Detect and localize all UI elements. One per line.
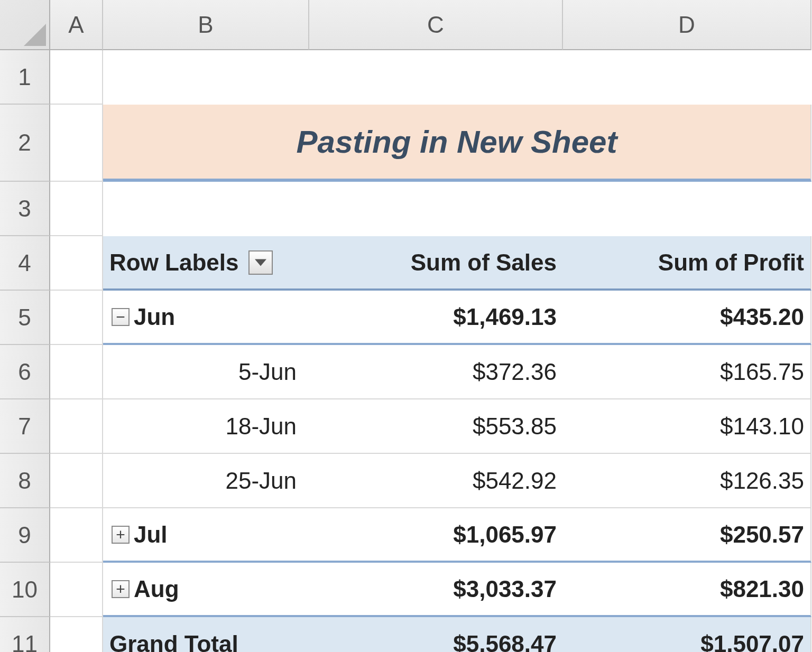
- cell-a2[interactable]: [50, 105, 103, 182]
- row-header-3[interactable]: 3: [0, 182, 50, 236]
- pivot-group-jul[interactable]: + Jul: [103, 508, 309, 563]
- detail-18-jun-sales[interactable]: $553.85: [309, 399, 563, 454]
- detail-25-jun-profit[interactable]: $126.35: [563, 454, 811, 508]
- jul-sales[interactable]: $1,065.97: [309, 508, 563, 563]
- aug-sales[interactable]: $3,033.37: [309, 563, 563, 617]
- cell-c1[interactable]: [309, 50, 563, 105]
- col-header-d[interactable]: D: [563, 0, 811, 50]
- col-header-a[interactable]: A: [50, 0, 103, 50]
- detail-25-jun-sales[interactable]: $542.92: [309, 454, 563, 508]
- cell-a5[interactable]: [50, 291, 103, 345]
- pivot-group-jun[interactable]: − Jun: [103, 291, 309, 345]
- pivot-header-profit[interactable]: Sum of Profit: [563, 236, 811, 291]
- detail-25-jun[interactable]: 25-Jun: [103, 454, 309, 508]
- detail-18-jun[interactable]: 18-Jun: [103, 399, 309, 454]
- cell-d1[interactable]: [563, 50, 811, 105]
- cell-a3[interactable]: [50, 182, 103, 236]
- row-header-9[interactable]: 9: [0, 508, 50, 563]
- cell-a10[interactable]: [50, 563, 103, 617]
- row-labels-text: Row Labels: [109, 249, 239, 276]
- col-header-c[interactable]: C: [309, 0, 563, 50]
- expand-button-aug[interactable]: +: [112, 580, 130, 598]
- group-label-aug: Aug: [134, 576, 179, 602]
- detail-5-jun[interactable]: 5-Jun: [103, 345, 309, 399]
- cell-a11[interactable]: [50, 617, 103, 652]
- row-header-11[interactable]: 11: [0, 617, 50, 652]
- select-all-corner[interactable]: [0, 0, 50, 50]
- row-header-10[interactable]: 10: [0, 563, 50, 617]
- cell-a1[interactable]: [50, 50, 103, 105]
- header-sales-text: Sum of Sales: [411, 249, 557, 276]
- pivot-header-row-labels[interactable]: Row Labels: [103, 236, 309, 291]
- cell-c3[interactable]: [309, 182, 563, 236]
- cell-a8[interactable]: [50, 454, 103, 508]
- row-header-8[interactable]: 8: [0, 454, 50, 508]
- chevron-down-icon: [255, 259, 266, 266]
- filter-dropdown-button[interactable]: [248, 250, 273, 275]
- aug-profit[interactable]: $821.30: [563, 563, 811, 617]
- detail-18-jun-profit[interactable]: $143.10: [563, 399, 811, 454]
- col-header-b[interactable]: B: [103, 0, 309, 50]
- cell-a9[interactable]: [50, 508, 103, 563]
- detail-5-jun-sales[interactable]: $372.36: [309, 345, 563, 399]
- cell-d3[interactable]: [563, 182, 811, 236]
- group-label-jun: Jun: [134, 304, 175, 330]
- pivot-header-sales[interactable]: Sum of Sales: [309, 236, 563, 291]
- collapse-button-jun[interactable]: −: [112, 308, 130, 326]
- jun-profit[interactable]: $435.20: [563, 291, 811, 345]
- cell-a4[interactable]: [50, 236, 103, 291]
- svg-marker-0: [255, 259, 266, 266]
- header-profit-text: Sum of Profit: [658, 249, 804, 276]
- row-header-5[interactable]: 5: [0, 291, 50, 345]
- detail-5-jun-profit[interactable]: $165.75: [563, 345, 811, 399]
- cell-a6[interactable]: [50, 345, 103, 399]
- jul-profit[interactable]: $250.57: [563, 508, 811, 563]
- page-title[interactable]: Pasting in New Sheet: [103, 105, 811, 182]
- jun-sales[interactable]: $1,469.13: [309, 291, 563, 345]
- group-label-jul: Jul: [134, 521, 168, 548]
- grand-total-sales[interactable]: $5,568.47: [309, 617, 563, 652]
- row-header-1[interactable]: 1: [0, 50, 50, 105]
- cell-a7[interactable]: [50, 399, 103, 454]
- pivot-group-aug[interactable]: + Aug: [103, 563, 309, 617]
- row-header-6[interactable]: 6: [0, 345, 50, 399]
- row-header-4[interactable]: 4: [0, 236, 50, 291]
- cell-b1[interactable]: [103, 50, 309, 105]
- cell-b3[interactable]: [103, 182, 309, 236]
- row-header-7[interactable]: 7: [0, 399, 50, 454]
- expand-button-jul[interactable]: +: [112, 526, 130, 544]
- row-header-2[interactable]: 2: [0, 105, 50, 182]
- grand-total-profit[interactable]: $1,507.07: [563, 617, 811, 652]
- grand-total-label[interactable]: Grand Total: [103, 617, 309, 652]
